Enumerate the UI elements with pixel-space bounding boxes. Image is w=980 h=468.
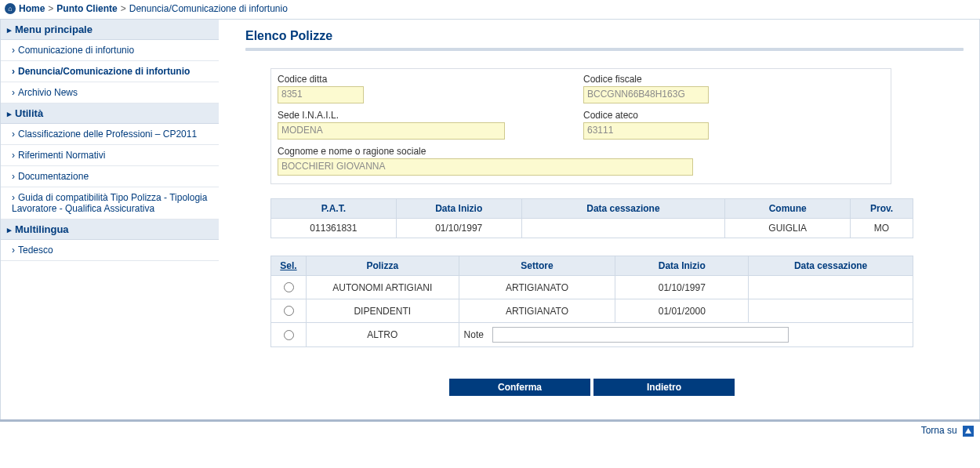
sidebar: Menu principale Comunicazione di infortu…	[1, 20, 219, 261]
confirm-button[interactable]: Conferma	[449, 379, 590, 396]
title-rule	[245, 48, 964, 51]
polizze-row: AUTONOMI ARTIGIANI ARTIGIANATO 01/10/199…	[271, 276, 913, 299]
polizze-radio-1[interactable]	[284, 306, 294, 316]
pat-th-prov: Prov.	[851, 199, 913, 219]
polizze-th-data-inizio: Data Inizio	[615, 256, 749, 276]
polizze-radio-2[interactable]	[284, 330, 294, 340]
polizze-radio-0[interactable]	[284, 282, 294, 292]
pat-table: P.A.T. Data Inizio Data cessazione Comun…	[270, 198, 913, 238]
breadcrumb-separator: >	[48, 3, 53, 14]
pat-th-data-inizio: Data Inizio	[396, 199, 521, 219]
field-sede: MODENA	[278, 122, 505, 140]
pat-th-data-cessazione: Data cessazione	[521, 199, 725, 219]
breadcrumb-home[interactable]: Home	[19, 3, 45, 14]
polizze-th-polizza: Polizza	[306, 256, 459, 276]
polizze-cell-polizza: AUTONOMI ARTIGIANI	[306, 276, 459, 299]
note-input[interactable]	[492, 327, 789, 343]
polizze-th-sel: Sel.	[271, 256, 307, 276]
sidebar-item-denuncia[interactable]: Denuncia/Comunicazione di infortunio	[1, 61, 219, 82]
back-to-top-link[interactable]: Torna su	[921, 425, 957, 436]
sidebar-section-multilingua: Multilingua	[1, 219, 219, 240]
polizze-row: ALTRO Note	[271, 323, 913, 347]
note-label: Note	[464, 329, 484, 340]
main: Elenco Polizze Codice ditta 8351 Codice …	[219, 20, 979, 419]
company-info-box: Codice ditta 8351 Codice fiscale BCCGNN6…	[270, 68, 891, 184]
polizze-cell-polizza: DIPENDENTI	[306, 299, 459, 323]
label-codice-fiscale: Codice fiscale	[583, 74, 884, 86]
polizze-cell-settore: ARTIGIANATO	[459, 276, 615, 299]
pat-cell-prov: MO	[851, 219, 913, 238]
pat-cell-comune: GUIGLIA	[725, 219, 851, 238]
sidebar-section-utilita: Utilità	[1, 103, 219, 124]
field-codice-fiscale: BCCGNN66B48H163G	[583, 86, 709, 103]
sidebar-item-comunicazione[interactable]: Comunicazione di infortunio	[1, 40, 219, 61]
polizze-cell-data-cessazione	[749, 299, 913, 323]
field-codice-ditta: 8351	[278, 86, 364, 103]
breadcrumb-level1[interactable]: Punto Cliente	[56, 3, 117, 14]
sidebar-section-main: Menu principale	[1, 20, 219, 40]
polizze-cell-data-cessazione	[749, 276, 913, 299]
pat-th-comune: Comune	[725, 199, 851, 219]
label-ragione: Cognome e nome o ragione sociale	[278, 146, 884, 158]
field-codice-ateco: 63111	[583, 122, 709, 140]
sidebar-item-guida[interactable]: Guida di compatibilità Tipo Polizza - Ti…	[1, 187, 219, 219]
pat-cell-pat: 011361831	[271, 219, 397, 238]
breadcrumb-separator: >	[121, 3, 126, 14]
sidebar-item-riferimenti[interactable]: Riferimenti Normativi	[1, 145, 219, 166]
polizze-row: DIPENDENTI ARTIGIANATO 01/01/2000	[271, 299, 913, 323]
sidebar-item-classificazione[interactable]: Classificazione delle Professioni – CP20…	[1, 124, 219, 145]
label-sede: Sede I.N.A.I.L.	[278, 110, 575, 122]
polizze-cell-data-inizio: 01/10/1997	[615, 276, 749, 299]
breadcrumb: ⌂ Home > Punto Cliente > Denuncia/Comuni…	[0, 0, 980, 19]
polizze-th-settore: Settore	[459, 256, 615, 276]
back-button[interactable]: Indietro	[593, 379, 735, 396]
polizze-th-data-cessazione: Data cessazione	[749, 256, 913, 276]
sidebar-item-tedesco[interactable]: Tedesco	[1, 240, 219, 261]
field-ragione: BOCCHIERI GIOVANNA	[278, 158, 693, 176]
breadcrumb-level2: Denuncia/Comunicazione di infortunio	[129, 3, 288, 14]
sidebar-item-archivio-news[interactable]: Archivio News	[1, 82, 219, 103]
label-codice-ateco: Codice ateco	[583, 110, 884, 122]
polizze-cell-settore: ARTIGIANATO	[459, 299, 615, 323]
polizze-cell-data-inizio: 01/01/2000	[615, 299, 749, 323]
home-icon[interactable]: ⌂	[5, 3, 16, 14]
polizze-cell-polizza: ALTRO	[306, 323, 459, 347]
label-codice-ditta: Codice ditta	[278, 74, 575, 86]
footer: Torna su	[0, 419, 980, 441]
pat-th-pat: P.A.T.	[271, 199, 397, 219]
button-row: Conferma Indietro	[270, 379, 913, 396]
polizze-table: Sel. Polizza Settore Data Inizio Data ce…	[270, 256, 913, 347]
pat-cell-data-inizio: 01/10/1997	[396, 219, 521, 238]
arrow-up-icon[interactable]	[963, 426, 974, 437]
pat-row: 011361831 01/10/1997 GUIGLIA MO	[271, 219, 913, 238]
sidebar-item-documentazione[interactable]: Documentazione	[1, 166, 219, 187]
page-title: Elenco Polizze	[245, 26, 964, 46]
pat-cell-data-cessazione	[521, 219, 725, 238]
